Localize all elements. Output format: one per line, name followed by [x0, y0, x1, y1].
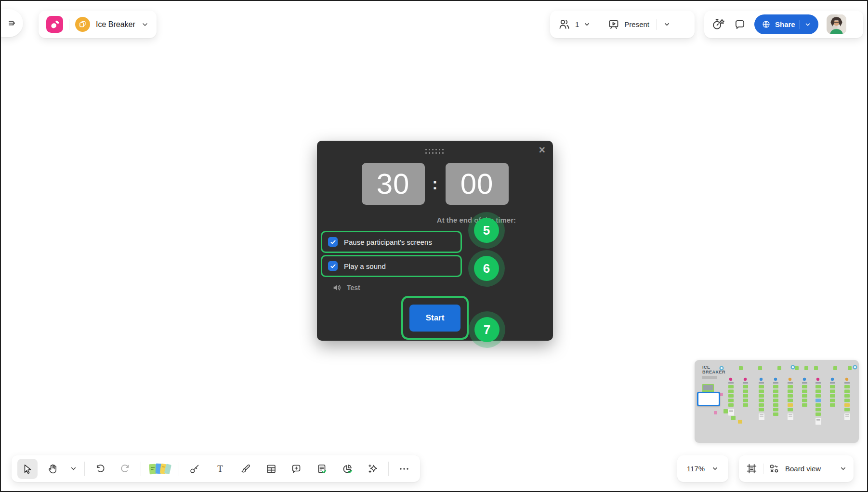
annotation-box-pause-option: Pause participant's screens — [321, 231, 462, 253]
board-menu-chevron-down-icon[interactable] — [141, 21, 149, 28]
shapes-tool-button[interactable] — [184, 459, 205, 479]
svg-text:T: T — [217, 463, 223, 473]
board-view-label[interactable]: Board view — [785, 465, 821, 473]
participants-count: 1 — [575, 20, 579, 28]
pause-screens-label[interactable]: Pause participant's screens — [344, 238, 432, 246]
present-chevron-down-icon[interactable] — [663, 21, 671, 28]
drag-handle[interactable] — [425, 149, 445, 155]
view-chevron-down-icon[interactable] — [840, 465, 847, 472]
play-sound-checkbox[interactable] — [328, 261, 338, 271]
zoom-control[interactable]: 117% — [677, 455, 728, 482]
divider — [69, 19, 69, 30]
annotation-step-7: 7 — [474, 317, 500, 342]
board-title[interactable]: Ice Breaker — [96, 20, 135, 29]
share-chevron-down-icon[interactable] — [804, 21, 811, 28]
ai-sparkles-tool-button[interactable] — [363, 459, 383, 479]
more-tools-button[interactable] — [394, 459, 414, 479]
text-tool-button[interactable]: T — [210, 459, 230, 479]
minimap[interactable]: ICE BREAKER — [695, 360, 859, 443]
annotation-step-halo: 7 — [469, 311, 505, 348]
start-timer-button[interactable]: Start — [409, 305, 460, 332]
sticky-note-tool-button[interactable] — [146, 459, 173, 479]
table-tool-button[interactable] — [261, 459, 281, 479]
divider — [141, 462, 141, 476]
redo-button[interactable] — [115, 459, 135, 479]
board-title-card: Ice Breaker — [39, 11, 157, 38]
miro-board-app: Ice Breaker 1 Present — [0, 0, 868, 492]
select-tool-button[interactable] — [17, 459, 38, 479]
comments-icon[interactable] — [734, 18, 746, 31]
annotation-step-halo: 5 — [468, 212, 505, 249]
speaker-icon — [332, 282, 342, 293]
share-label: Share — [775, 20, 795, 28]
participants-chevron-down-icon[interactable] — [583, 21, 591, 28]
play-sound-label[interactable]: Play a sound — [344, 262, 386, 270]
test-label: Test — [347, 284, 360, 292]
divider — [84, 462, 85, 476]
pan-tool-button[interactable] — [43, 459, 63, 479]
sidebar-toggle-button[interactable] — [0, 9, 23, 37]
present-label[interactable]: Present — [624, 20, 649, 28]
divider — [800, 20, 800, 29]
minimap-viewport[interactable] — [697, 392, 720, 406]
share-button[interactable]: Share — [754, 14, 818, 34]
board-view-icon[interactable] — [769, 463, 780, 474]
annotation-step-6: 6 — [474, 256, 499, 281]
zoom-level: 117% — [687, 465, 705, 473]
timer-dialog: × 30 : 00 At the end of the timer: Pause… — [317, 141, 553, 341]
test-sound-button[interactable]: Test — [332, 282, 360, 293]
frames-icon[interactable] — [746, 463, 758, 475]
divider — [599, 17, 599, 32]
pen-tool-button[interactable] — [236, 459, 256, 479]
chart-tool-button[interactable] — [337, 459, 357, 479]
annotation-step-5: 5 — [474, 218, 499, 243]
zoom-chevron-down-icon[interactable] — [711, 465, 719, 472]
globe-icon — [762, 20, 771, 29]
timer-digits: 30 : 00 — [317, 163, 553, 205]
view-switcher: Board view — [739, 455, 854, 482]
divider — [179, 462, 179, 476]
divider — [763, 464, 763, 474]
undo-button[interactable] — [90, 459, 110, 479]
tool-options-chevron-down-icon[interactable] — [68, 465, 79, 472]
user-avatar[interactable] — [827, 14, 846, 34]
timer-seconds-field[interactable]: 00 — [446, 163, 509, 205]
timer-minutes-field[interactable]: 30 — [362, 163, 425, 205]
app-logo-icon[interactable] — [46, 16, 63, 33]
participants-icon[interactable] — [558, 18, 571, 31]
creation-toolbar: T — [12, 455, 420, 482]
collaboration-card: 1 Present — [550, 11, 695, 38]
divider — [388, 462, 389, 476]
annotation-box-sound-option: Play a sound — [321, 255, 462, 277]
templates-tool-button[interactable] — [312, 459, 332, 479]
timer-colon: : — [425, 174, 446, 193]
comment-tool-button[interactable] — [286, 459, 306, 479]
divider — [656, 19, 657, 30]
annotation-box-start: Start — [401, 296, 469, 340]
annotation-step-halo: 6 — [468, 250, 505, 287]
project-folder-icon[interactable] — [75, 17, 90, 32]
pause-screens-checkbox[interactable] — [328, 237, 338, 247]
sidebar-expand-icon — [7, 17, 18, 29]
minimap-board-label: ICE BREAKER — [702, 365, 728, 374]
board-tools-card: Share — [704, 11, 863, 38]
present-icon[interactable] — [607, 18, 620, 31]
close-icon[interactable]: × — [539, 145, 545, 156]
timer-icon[interactable] — [711, 17, 725, 31]
